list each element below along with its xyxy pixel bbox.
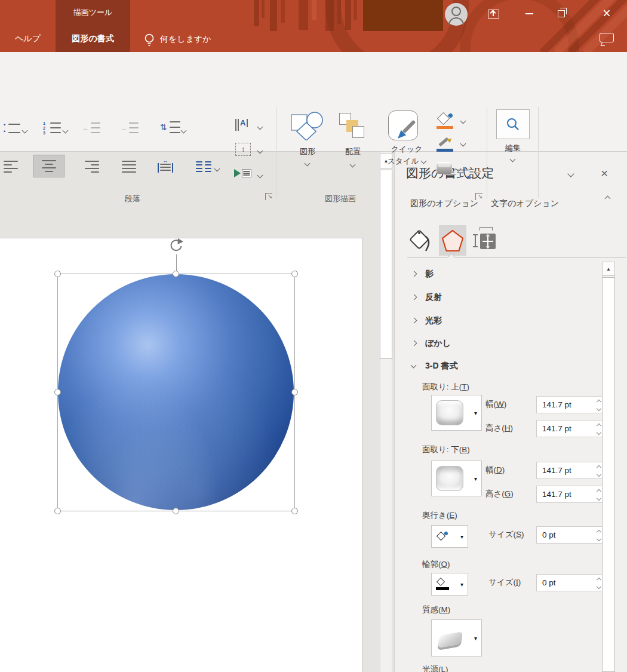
resize-handle-e[interactable] — [291, 389, 298, 395]
panel-scrollbar-up-button[interactable]: ▲ — [602, 262, 615, 276]
align-center-button-selected[interactable] — [33, 155, 64, 177]
bullets-dropdown-chevron[interactable] — [22, 128, 28, 134]
bevel-bottom-height-input[interactable]: 141.7 pt — [536, 486, 603, 503]
tab-shape-format-active[interactable]: 図形の書式 — [56, 33, 130, 44]
section-reflection[interactable]: 反射 — [425, 292, 442, 303]
shape-outline-dropdown-chevron[interactable] — [460, 141, 466, 147]
line-spacing-button[interactable]: ⇅ — [160, 121, 180, 133]
text-direction-dropdown-chevron[interactable] — [257, 124, 263, 130]
quick-styles-button[interactable]: クイック スタイル — [381, 109, 432, 171]
resize-handle-sw[interactable] — [54, 508, 61, 514]
section-shadow[interactable]: 影 — [425, 269, 434, 280]
bevel-bottom-width-input[interactable]: 141.7 pt — [536, 462, 603, 479]
panel-close-button[interactable]: × — [601, 166, 608, 180]
increase-indent-button[interactable]: → — [121, 122, 139, 133]
bevel-top-width-input[interactable]: 141.7 pt — [536, 396, 603, 413]
material-label: 質感(M) — [422, 605, 450, 615]
arrow-right-icon: → — [121, 124, 127, 131]
tab-help[interactable]: ヘルプ — [0, 33, 56, 44]
contour-label: 輪郭(O) — [422, 559, 450, 570]
shape-effects-button[interactable] — [437, 162, 452, 174]
justify-button[interactable] — [122, 161, 137, 173]
feedback-comment-button[interactable] — [600, 33, 614, 42]
depth-color-picker[interactable]: ▾ — [431, 525, 468, 548]
line-spacing-dropdown-chevron[interactable] — [181, 128, 187, 134]
search-icon — [506, 117, 520, 131]
section-glow[interactable]: 光彩 — [425, 315, 442, 326]
contour-size-input[interactable]: 0 pt — [536, 574, 603, 591]
numbering-dropdown-chevron[interactable] — [63, 128, 69, 134]
smartart-dropdown-chevron[interactable] — [257, 173, 263, 179]
paragraph-dialog-launcher[interactable]: ↘ — [265, 193, 272, 200]
lightbulb-icon — [143, 33, 155, 47]
columns-dropdown-chevron[interactable] — [214, 166, 220, 172]
align-text-button[interactable]: ↕ — [235, 143, 251, 156]
account-avatar[interactable] — [445, 3, 468, 26]
quick-styles-label-1: クイック — [381, 144, 432, 155]
depth-size-label: サイズ(S) — [488, 529, 524, 540]
canvas-scrollbar-thumb[interactable] — [380, 170, 392, 359]
section-3d-format[interactable]: 3-D 書式 — [425, 361, 457, 372]
shape-fill-dropdown-chevron[interactable] — [460, 118, 466, 124]
drawing-group-label: 図形描画 — [316, 194, 364, 204]
comment-icon — [600, 33, 614, 42]
resize-handle-nw[interactable] — [54, 271, 61, 277]
bevel-bottom-label: 面取り: 下(B) — [422, 444, 470, 455]
text-direction-button[interactable]: A — [235, 119, 248, 131]
contextual-tab-label: 描画ツール — [56, 7, 130, 18]
bullets-button[interactable]: • • — [4, 122, 20, 134]
bevel-bottom-thumbnail — [436, 466, 463, 491]
panel-tab-shape-options[interactable]: 図形のオプション — [410, 198, 478, 209]
ribbon-display-options-button[interactable] — [485, 6, 502, 22]
bevel-top-height-label: 高さ(H) — [485, 423, 513, 434]
decrease-indent-button[interactable]: ← — [82, 122, 100, 133]
resize-handle-se[interactable] — [291, 508, 298, 514]
align-text-dropdown-chevron[interactable] — [257, 148, 263, 154]
bevel-top-label: 面取り: 上(T) — [422, 382, 469, 392]
updown-arrow-icon: ↕ — [241, 145, 245, 154]
align-left-button[interactable] — [4, 161, 19, 173]
bevel-top-picker[interactable]: ▾ — [431, 395, 482, 431]
columns-button[interactable] — [196, 161, 211, 172]
numbering-digits: 1 2 3 — [43, 121, 48, 136]
resize-handle-n[interactable] — [173, 271, 179, 277]
panel-tab-text-options[interactable]: 文字のオプション — [491, 198, 559, 209]
editing-group-button-label[interactable]: 編集 — [496, 143, 530, 154]
contour-bucket-icon — [436, 578, 449, 590]
arrow-lr-icon: ↔ — [158, 158, 173, 163]
fill-bucket-icon — [437, 112, 450, 125]
shape-outline-button[interactable] — [437, 136, 454, 153]
resize-handle-ne[interactable] — [291, 271, 298, 277]
drawing-dialog-launcher[interactable]: ↘ — [475, 193, 482, 200]
restore-button[interactable] — [553, 6, 570, 22]
distribute-text-button[interactable]: ↔ — [158, 158, 173, 173]
bevel-bottom-width-label: 幅(D) — [485, 465, 505, 475]
rotate-handle[interactable] — [168, 238, 185, 254]
contour-color-picker[interactable]: ▾ — [431, 573, 468, 596]
ribbon-display-icon — [488, 10, 499, 19]
bevel-bottom-picker[interactable]: ▾ — [431, 461, 482, 496]
effects-tab-selected[interactable] — [439, 225, 466, 256]
editing-search-button[interactable] — [496, 109, 530, 139]
resize-handle-s[interactable] — [173, 508, 179, 514]
arrange-label: 配置 — [334, 146, 371, 157]
fill-and-line-icon[interactable] — [408, 228, 433, 254]
numbering-button[interactable]: 1 2 3 — [43, 121, 61, 136]
arrange-button[interactable]: 配置 — [334, 112, 371, 165]
insert-shapes-button[interactable]: 図形 — [289, 111, 326, 164]
bevel-top-height-input[interactable]: 141.7 pt — [536, 420, 603, 437]
material-picker[interactable]: ▾ — [431, 619, 482, 656]
close-button[interactable]: × — [597, 4, 616, 23]
ribbon: • • 1 2 3 ← → ⇅ ↔ — [0, 52, 627, 152]
person-icon — [451, 7, 461, 16]
align-right-button[interactable] — [84, 161, 99, 173]
tell-me-search[interactable]: 何をしますか — [160, 34, 226, 45]
size-properties-icon[interactable] — [475, 227, 497, 254]
depth-size-input[interactable]: 0 pt — [536, 526, 603, 544]
shape-fill-button[interactable] — [437, 113, 454, 130]
panel-scrollbar-thumb[interactable] — [602, 277, 615, 672]
resize-handle-w[interactable] — [54, 389, 61, 395]
minimize-button[interactable] — [521, 6, 537, 22]
convert-to-smartart-button[interactable] — [234, 169, 251, 177]
section-soft-edges[interactable]: ぼかし — [425, 338, 451, 349]
